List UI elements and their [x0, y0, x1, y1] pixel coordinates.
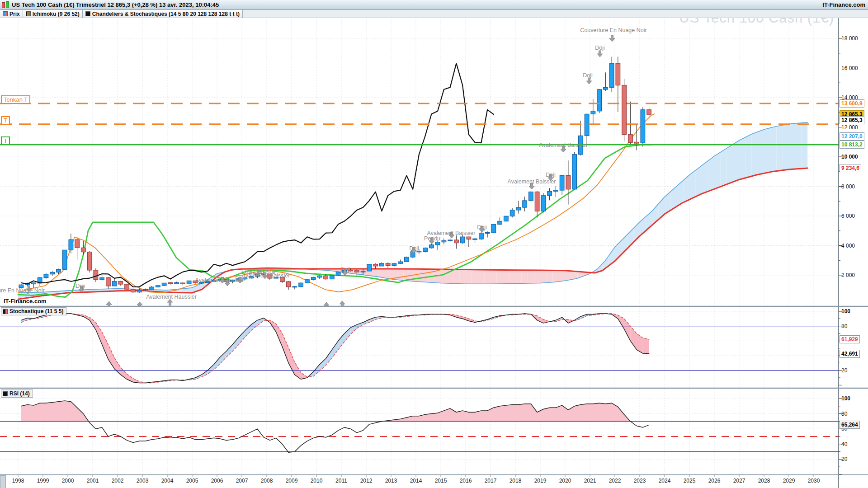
pattern-annotation: Avalement Baissier [242, 272, 290, 279]
line-label-tenkan-t[interactable]: Tenkan T [1, 95, 30, 104]
pattern-arrow-up [137, 302, 142, 308]
pattern-arrow-up [324, 302, 329, 309]
price-axis-tick: 8 000 [841, 183, 855, 190]
price-axis-tick: 10 000 [841, 154, 858, 160]
x-axis-year-label: 2001 [87, 478, 99, 484]
pattern-annotation: Doji [340, 267, 350, 273]
rsi-icon [3, 391, 8, 396]
price-axis-tick: 2 000 [841, 272, 855, 278]
x-axis-year-label: 2002 [112, 478, 124, 484]
price-value-label: 12 865,3 [840, 116, 864, 124]
pattern-arrow-up [167, 299, 173, 305]
x-axis-year-label: 2013 [385, 478, 397, 484]
x-axis-year-label: 2006 [211, 478, 223, 484]
x-axis-year-label: 2026 [708, 478, 721, 484]
ichimoku-icon [26, 11, 31, 16]
pattern-annotation: Doji [75, 283, 85, 289]
line-label-t[interactable]: T [1, 136, 10, 145]
x-axis-year-label: 2005 [186, 478, 198, 484]
stoch-value-label: 61,929 [840, 335, 860, 343]
stochastic-icon [3, 309, 8, 314]
pattern-annotation: Avalement Baissier [539, 142, 588, 148]
x-axis-year-label: 2017 [485, 478, 497, 484]
legend-bar: Prix Ichimoku (9 26 52) Chandeliers & St… [0, 10, 868, 18]
pattern-annotation: Avalement Baissier [195, 277, 244, 283]
pattern-arrow-down [609, 35, 615, 42]
x-axis-year-label: 2003 [137, 478, 149, 484]
x-axis-year-label: 2009 [286, 478, 298, 484]
x-axis-year-label: 2004 [161, 478, 174, 484]
rsi-axis-tick: 20 [841, 456, 847, 462]
x-axis-year-label: 2007 [236, 478, 248, 484]
x-axis-year-label: 2030 [808, 478, 820, 484]
x-axis-year-label: 2011 [335, 478, 347, 484]
legend-item-prix[interactable]: Prix [0, 10, 23, 18]
x-axis-year-label: 2025 [684, 478, 696, 484]
x-axis-year-label: 2000 [62, 478, 74, 484]
rsi-value-label: 65,264 [840, 421, 860, 429]
pattern-annotation: Avalement Baissier [508, 178, 556, 185]
pattern-annotation: Doji [583, 72, 593, 79]
rsi-axis-tick: 40 [841, 441, 847, 447]
x-axis-year-label: 1999 [37, 478, 49, 484]
pattern-annotation: Pendu [424, 235, 440, 242]
price-value-label: 12 207,0 [840, 132, 864, 141]
price-series-icon [3, 11, 8, 16]
price-axis-tick: 6 000 [841, 213, 855, 219]
stoch-axis-tick: 80 [841, 323, 847, 329]
brand-label-chart: IT-Finance.com [4, 298, 47, 305]
corner-resize-box[interactable] [0, 475, 6, 488]
stoch-axis-tick: 100 [841, 308, 850, 314]
x-axis-year-label: 2022 [609, 478, 621, 484]
x-axis-year-label: 2024 [659, 478, 671, 484]
rsi-axis-tick: 100 [841, 395, 850, 402]
x-axis-year-label: 2008 [261, 478, 273, 484]
price-axis-tick: 16 000 [841, 65, 858, 71]
legend-label: Prix [9, 11, 20, 17]
pattern-arrow-down [597, 51, 603, 57]
price-axis-tick: 4 000 [841, 243, 855, 249]
pattern-annotation: Doji [546, 172, 556, 178]
legend-item-ichimoku[interactable]: Ichimoku (9 26 52) [23, 10, 83, 18]
x-axis-year-label: 2014 [410, 478, 422, 484]
price-value-label: 9 234,6 [840, 164, 861, 172]
x-axis-year-label: 2020 [559, 478, 571, 484]
price-value-label: 13 600,9 [840, 99, 864, 108]
stochastic-panel-label[interactable]: Stochastique (11 5 5) [1, 307, 66, 315]
pattern-arrow-down [586, 78, 592, 84]
title-bar: US Tech 100 Cash (1€) Trimestriel 12 865… [0, 0, 868, 10]
x-axis-year-label: 2019 [534, 478, 547, 484]
rsi-label-text: RSI (14) [9, 390, 30, 397]
line-label-t[interactable]: T [1, 116, 10, 125]
legend-item-chandeliers-stochastiques[interactable]: Chandeliers & Stochastiques (14 5 80 20 … [83, 10, 243, 18]
rsi-axis-tick: 80 [841, 411, 847, 417]
chart-canvas[interactable] [0, 0, 868, 488]
x-axis-year-label: 2015 [435, 478, 447, 484]
pattern-annotation: Doji [477, 224, 487, 230]
pattern-annotation: Doji [595, 45, 605, 51]
x-axis-year-label: 2021 [584, 478, 596, 484]
x-axis-year-label: 2029 [783, 478, 795, 484]
pattern-annotation: Couverture En Nuage Noir [580, 27, 646, 33]
price-axis-tick: 18 000 [841, 35, 858, 42]
pattern-annotation: Avalement Haussier [146, 294, 197, 300]
legend-label: Chandeliers & Stochastiques (14 5 80 20 … [92, 11, 240, 17]
price-value-label: 10 813,2 [840, 141, 864, 149]
x-axis-year-label: 2018 [509, 478, 522, 484]
rsi-panel-label[interactable]: RSI (14) [1, 389, 33, 398]
stoch-value-label: 42,691 [840, 350, 860, 358]
x-axis-year-label: 2028 [758, 478, 770, 484]
x-axis-year-label: 1998 [12, 478, 24, 484]
pattern-annotation: Couverture En Nuage Noir [0, 287, 45, 294]
trading-chart-app: US Tech 100 Cash (1€) Trimestriel 12 865… [0, 0, 868, 488]
indicator-icon [85, 11, 90, 16]
brand-label-top: IT-Finance.com [822, 1, 865, 8]
instrument-title: US Tech 100 Cash (1€) Trimestriel 12 865… [12, 1, 219, 8]
x-axis-year-label: 2012 [360, 478, 373, 484]
x-axis-year-label: 2016 [460, 478, 472, 484]
x-axis-year-label: 2023 [634, 478, 646, 484]
legend-label: Ichimoku (9 26 52) [33, 11, 80, 17]
pattern-annotation: Doji [409, 245, 419, 252]
stoch-axis-tick: 20 [841, 367, 847, 374]
candlestick-icon [2, 1, 9, 8]
